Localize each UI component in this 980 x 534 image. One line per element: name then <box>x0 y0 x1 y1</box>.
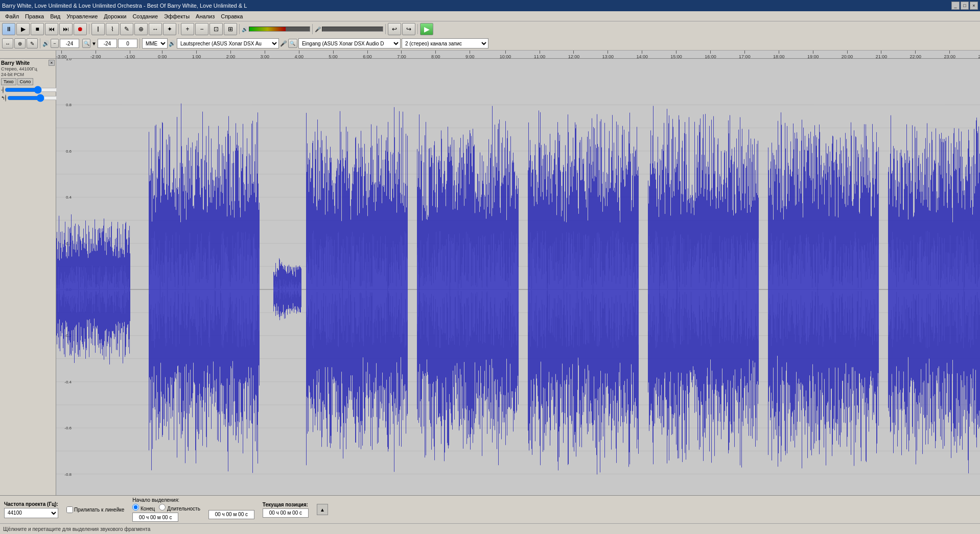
toolbar-row1: ⏸ ▶ ■ ⏮ ⏭ ⏺ I ⌇ ✎ ⊕ ↔ ✦ + − ⊡ ⊞ 🔊 🎤 <box>0 21 980 37</box>
solo-button[interactable]: Соло <box>17 78 34 85</box>
host-select[interactable]: MME <box>142 38 168 48</box>
tool-envelope[interactable]: ⌇ <box>106 23 119 35</box>
maximize-button[interactable]: □ <box>961 2 969 10</box>
redo-button[interactable]: ↪ <box>402 23 415 35</box>
db-value-input[interactable] <box>118 39 137 48</box>
pencil-tool-2[interactable]: ✎ <box>27 38 38 48</box>
menu-tracks[interactable]: Дорожки <box>101 12 129 20</box>
menu-view[interactable]: Вид <box>47 12 63 20</box>
close-button[interactable]: × <box>970 2 978 10</box>
record-button[interactable]: ⏺ <box>74 23 87 35</box>
zoom-sel-button[interactable]: ⊡ <box>209 23 223 35</box>
sel-end-radio[interactable] <box>132 504 139 511</box>
sel-end-radio-row: Конец Длительность <box>132 504 200 512</box>
snap-checkbox[interactable] <box>66 506 73 513</box>
sel-start-radio-row: Начало выделения: <box>132 497 200 503</box>
db-right-input[interactable] <box>98 39 117 48</box>
undo-button[interactable]: ↩ <box>388 23 401 35</box>
tool-timeshift[interactable]: ↔ <box>149 23 162 35</box>
snap-label[interactable]: Прилипать к линейке <box>66 506 124 513</box>
track-inner-upper: Barry White × Стерео, 44100Гц 24-bit PCM… <box>0 59 980 495</box>
channels-select[interactable]: 2 (стерео) канала запис <box>402 38 488 48</box>
sample-rate-select[interactable]: 44100 <box>4 508 58 518</box>
vol-search[interactable]: 🔍 <box>82 39 90 48</box>
output-icon: 🔊 <box>169 40 176 47</box>
input-device-select[interactable]: Eingang (ASUS Xonar DSX Audio D <box>298 38 401 48</box>
cur-pos-label: Текущая позиция: <box>263 502 309 507</box>
status-bar: Щёлкните и перетащите для выделения звук… <box>0 523 980 534</box>
toolbar-sep2 <box>178 24 179 34</box>
menu-file[interactable]: Файл <box>2 12 22 20</box>
play-green-button[interactable]: ▶ <box>420 23 433 35</box>
cur-pos-input[interactable] <box>263 508 309 518</box>
skip-fwd-button[interactable]: ⏭ <box>59 23 73 35</box>
vertical-scroll-up[interactable]: ▲ <box>317 504 328 515</box>
stop-button[interactable]: ■ <box>31 23 44 35</box>
toolbar-row2: ↔ ⊕ ✎ 🔊 − 🔍 ▼ MME 🔊 Lautsprecher (ASUS X… <box>0 37 980 50</box>
pause-button[interactable]: ⏸ <box>2 23 15 35</box>
snap-group: Прилипать к линейке <box>66 506 124 513</box>
vol-down[interactable]: − <box>51 39 59 48</box>
sel-start-input[interactable] <box>132 513 178 522</box>
tool-multi[interactable]: ✦ <box>163 23 176 35</box>
ruler-track-label <box>0 51 56 58</box>
output-device-select[interactable]: Lautsprecher (ASUS Xonar DSX Au <box>177 38 279 48</box>
tool-zoom[interactable]: ⊕ <box>134 23 148 35</box>
pan-knob[interactable] <box>5 94 6 102</box>
tool-draw[interactable]: ✎ <box>120 23 133 35</box>
track-buttons: Тихо Соло <box>1 78 55 85</box>
track-name-row: Barry White × <box>1 60 55 66</box>
toolbar-sep1 <box>89 24 89 34</box>
menu-help[interactable]: Справка <box>218 12 246 20</box>
track-pan-row: ↰ ↱ <box>1 94 55 102</box>
toolbar-sep3 <box>239 24 240 34</box>
zoom-in-button[interactable]: + <box>181 23 194 35</box>
main-area: Barry White × Стерео, 44100Гц 24-bit PCM… <box>0 59 980 495</box>
menu-generate[interactable]: Создание <box>129 12 161 20</box>
zoom-tool-2[interactable]: ⊕ <box>14 38 26 48</box>
volume-icon: 🔊 <box>42 40 50 47</box>
waveform-upper[interactable] <box>56 59 980 495</box>
tracks-container: Barry White × Стерео, 44100Гц 24-bit PCM… <box>0 59 980 495</box>
db-left-input[interactable] <box>60 39 79 48</box>
arrow-icon: ▼ <box>91 41 97 46</box>
sel-length-radio-label[interactable]: Длительность <box>159 504 200 512</box>
track-close-button[interactable]: × <box>49 60 55 66</box>
menu-edit[interactable]: Правка <box>22 12 47 20</box>
select-tool-2[interactable]: ↔ <box>2 38 13 48</box>
time-ruler[interactable]: -3:00-2:00-1:000:001:002:003:004:005:006… <box>0 51 980 59</box>
ruler-ticks: -3:00-2:00-1:000:001:002:003:004:005:006… <box>56 51 980 58</box>
app-title: Barry White, Love Unlimited & Love Unlim… <box>2 3 247 9</box>
track-info2: 24-bit PCM <box>1 72 55 77</box>
play-button[interactable]: ▶ <box>16 23 30 35</box>
minimize-button[interactable]: _ <box>951 2 960 10</box>
cur-pos-group: Текущая позиция: <box>263 502 309 518</box>
menu-analyze[interactable]: Анализ <box>193 12 218 20</box>
title-bar: Barry White, Love Unlimited & Love Unlim… <box>0 0 980 11</box>
sample-rate-label: Частота проекта (Гц): <box>4 501 58 507</box>
menu-effects[interactable]: Эффекты <box>161 12 193 20</box>
toolbar-sep4 <box>312 24 313 34</box>
sel-length-radio[interactable] <box>159 504 166 511</box>
sel-end-value-group <box>208 500 254 519</box>
menu-control[interactable]: Управление <box>63 12 101 20</box>
toolbar-row2-sep2 <box>139 38 140 48</box>
toolbar-sep5 <box>385 24 386 34</box>
track-name: Barry White <box>1 60 49 66</box>
status-message: Щёлкните и перетащите для выделения звук… <box>3 526 150 532</box>
record-meter: 🎤 <box>315 27 383 32</box>
tool-select[interactable]: I <box>91 23 105 35</box>
zoom-fit-button[interactable]: ⊞ <box>224 23 237 35</box>
sel-end-input[interactable] <box>208 510 254 519</box>
zoom-out-button[interactable]: − <box>195 23 208 35</box>
window-controls: _ □ × <box>951 2 978 10</box>
sel-end-radio-label[interactable]: Конец <box>132 504 155 512</box>
gain-knob[interactable] <box>3 86 4 93</box>
mute-button[interactable]: Тихо <box>1 78 16 85</box>
device-search[interactable]: 🔍 <box>288 39 297 48</box>
skip-back-button[interactable]: ⏮ <box>45 23 58 35</box>
toolbar-sep6 <box>417 24 418 34</box>
sel-start-label: Начало выделения: <box>132 497 179 503</box>
waveform-canvas-upper <box>56 59 980 495</box>
bottom-bar: Частота проекта (Гц): 44100 Прилипать к … <box>0 495 980 523</box>
